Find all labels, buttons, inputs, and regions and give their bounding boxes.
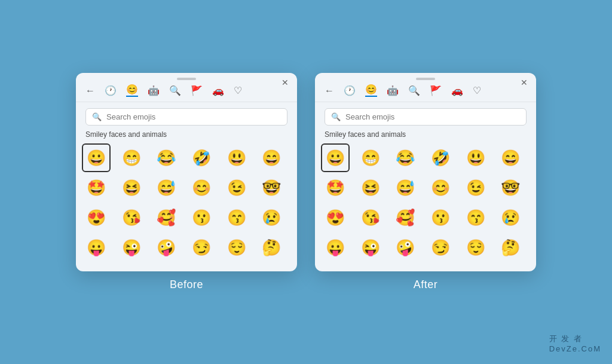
before-recent-icon[interactable]: 🕐 bbox=[105, 86, 117, 96]
after-window: ✕ ← 🕐 😊 🤖 🔍 🚩 🚗 ♡ 🔍 Smiley faces and ani… bbox=[315, 73, 536, 271]
before-close-button[interactable]: ✕ bbox=[280, 78, 290, 87]
after-panel-wrapper: ✕ ← 🕐 😊 🤖 🔍 🚩 🚗 ♡ 🔍 Smiley faces and ani… bbox=[315, 73, 536, 291]
emoji-cell[interactable]: 😗 bbox=[187, 203, 216, 232]
emoji-cell[interactable]: 😌 bbox=[461, 233, 490, 262]
emoji-cell[interactable]: 🤓 bbox=[257, 173, 286, 202]
emoji-cell[interactable]: 😂 bbox=[391, 143, 420, 172]
after-activities-icon[interactable]: ♡ bbox=[473, 86, 481, 96]
emoji-cell[interactable]: 😍 bbox=[321, 203, 350, 232]
emoji-cell[interactable]: 🤔 bbox=[257, 233, 286, 262]
emoji-cell[interactable]: 😀 bbox=[82, 143, 111, 172]
before-emoji-grid: 😀 😁 😂 🤣 😃 😄 🤩 😆 😅 😊 😉 🤓 😍 😘 🥰 😗 😙 😢 😛 bbox=[76, 143, 297, 262]
after-nav-bar: ← 🕐 😊 🤖 🔍 🚩 🚗 ♡ bbox=[315, 82, 536, 102]
emoji-cell[interactable]: 😛 bbox=[82, 233, 111, 262]
after-search-input[interactable] bbox=[345, 112, 520, 121]
emoji-cell[interactable]: 🤓 bbox=[496, 173, 525, 202]
after-drag-handle bbox=[416, 78, 435, 80]
after-label: After bbox=[414, 279, 438, 291]
emoji-cell[interactable]: 😉 bbox=[222, 173, 251, 202]
before-search-input[interactable] bbox=[106, 112, 281, 121]
emoji-cell[interactable]: 😂 bbox=[152, 143, 180, 172]
emoji-cell[interactable]: 🤣 bbox=[426, 143, 455, 172]
emoji-cell[interactable]: 🤩 bbox=[321, 173, 350, 202]
emoji-cell[interactable]: 😃 bbox=[461, 143, 490, 172]
before-window: ✕ ← 🕐 😊 🤖 🔍 🚩 🚗 ♡ 🔍 Smiley faces and ani… bbox=[76, 73, 297, 271]
emoji-cell[interactable]: 😙 bbox=[461, 203, 490, 232]
after-people-icon[interactable]: 🤖 bbox=[387, 86, 399, 96]
emoji-cell[interactable]: 😆 bbox=[356, 173, 385, 202]
before-section-label: Smiley faces and animals bbox=[85, 130, 287, 139]
emoji-cell[interactable]: 😜 bbox=[356, 233, 385, 262]
comparison-container: ✕ ← 🕐 😊 🤖 🔍 🚩 🚗 ♡ 🔍 Smiley faces and ani… bbox=[76, 73, 536, 291]
after-travel-icon[interactable]: 🚗 bbox=[451, 86, 463, 96]
before-people-icon[interactable]: 🤖 bbox=[148, 86, 160, 96]
after-recent-icon[interactable]: 🕐 bbox=[344, 86, 356, 96]
before-panel-wrapper: ✕ ← 🕐 😊 🤖 🔍 🚩 🚗 ♡ 🔍 Smiley faces and ani… bbox=[76, 73, 297, 291]
emoji-cell[interactable]: 😉 bbox=[461, 173, 490, 202]
watermark: 开 发 者DevZe.CoM bbox=[549, 334, 601, 353]
emoji-cell[interactable]: 😘 bbox=[117, 203, 146, 232]
before-nav-bar: ← 🕐 😊 🤖 🔍 🚩 🚗 ♡ bbox=[76, 82, 297, 102]
before-nature-icon[interactable]: 🔍 bbox=[169, 86, 181, 96]
emoji-cell[interactable]: 😃 bbox=[222, 143, 251, 172]
emoji-cell[interactable]: 🤪 bbox=[152, 233, 180, 262]
emoji-cell[interactable]: 😘 bbox=[356, 203, 385, 232]
emoji-cell[interactable]: 😙 bbox=[222, 203, 251, 232]
emoji-cell[interactable]: 😅 bbox=[391, 173, 420, 202]
emoji-cell[interactable]: 🤪 bbox=[391, 233, 420, 262]
after-back-icon[interactable]: ← bbox=[325, 86, 334, 96]
emoji-cell[interactable]: 😁 bbox=[356, 143, 385, 172]
before-titlebar: ✕ bbox=[76, 73, 297, 82]
emoji-cell[interactable]: 😄 bbox=[496, 143, 525, 172]
after-search-bar[interactable]: 🔍 bbox=[325, 108, 527, 126]
emoji-cell[interactable]: 😛 bbox=[321, 233, 350, 262]
emoji-cell[interactable]: 😍 bbox=[82, 203, 111, 232]
emoji-cell[interactable]: 🥰 bbox=[391, 203, 420, 232]
before-search-bar[interactable]: 🔍 bbox=[85, 108, 287, 126]
emoji-cell[interactable]: 😊 bbox=[426, 173, 455, 202]
emoji-cell[interactable]: 😅 bbox=[152, 173, 180, 202]
after-titlebar: ✕ bbox=[315, 73, 536, 82]
emoji-cell[interactable]: 😏 bbox=[187, 233, 216, 262]
after-flags-icon[interactable]: 🚩 bbox=[430, 86, 442, 96]
after-section-label: Smiley faces and animals bbox=[325, 130, 527, 139]
emoji-cell[interactable]: 🤔 bbox=[496, 233, 525, 262]
emoji-cell[interactable]: 😗 bbox=[426, 203, 455, 232]
before-travel-icon[interactable]: 🚗 bbox=[212, 86, 224, 96]
before-flags-icon[interactable]: 🚩 bbox=[191, 86, 203, 96]
before-back-icon[interactable]: ← bbox=[85, 86, 95, 96]
emoji-cell[interactable]: 😏 bbox=[426, 233, 455, 262]
emoji-cell[interactable]: 😢 bbox=[496, 203, 525, 232]
after-search-icon: 🔍 bbox=[331, 112, 341, 121]
after-close-button[interactable]: ✕ bbox=[519, 78, 529, 87]
emoji-cell[interactable]: 😆 bbox=[117, 173, 146, 202]
emoji-cell[interactable]: 😁 bbox=[117, 143, 146, 172]
before-activities-icon[interactable]: ♡ bbox=[234, 86, 242, 96]
emoji-cell[interactable]: 🤣 bbox=[187, 143, 216, 172]
after-nature-icon[interactable]: 🔍 bbox=[408, 86, 420, 96]
emoji-cell[interactable]: 😢 bbox=[257, 203, 286, 232]
emoji-cell[interactable]: 😀 bbox=[321, 143, 350, 172]
emoji-cell[interactable]: 🤩 bbox=[82, 173, 111, 202]
emoji-cell[interactable]: 🥰 bbox=[152, 203, 180, 232]
before-drag-handle bbox=[177, 78, 196, 80]
emoji-cell[interactable]: 😊 bbox=[187, 173, 216, 202]
after-emoji-grid: 😀 😁 😂 🤣 😃 😄 🤩 😆 😅 😊 😉 🤓 😍 😘 🥰 😗 😙 😢 😛 bbox=[315, 143, 536, 262]
emoji-cell[interactable]: 😌 bbox=[222, 233, 251, 262]
emoji-cell[interactable]: 😜 bbox=[117, 233, 146, 262]
after-smiley-icon[interactable]: 😊 bbox=[365, 85, 377, 97]
before-smiley-icon[interactable]: 😊 bbox=[126, 85, 138, 97]
before-search-icon: 🔍 bbox=[92, 112, 102, 121]
emoji-cell[interactable]: 😄 bbox=[257, 143, 286, 172]
before-label: Before bbox=[170, 279, 203, 291]
